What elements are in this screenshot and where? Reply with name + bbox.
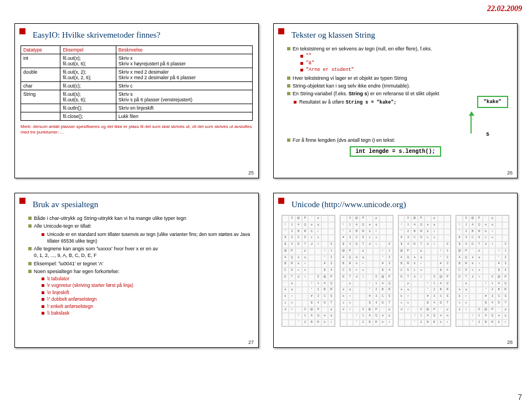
cell-desc: Lukk filen xyxy=(116,112,252,121)
cell-type: String xyxy=(21,90,60,104)
sub-bullet: "Arne er student" xyxy=(300,67,511,73)
io-methods-table: Datatype Eksempel Beskrivelse int fil.ou… xyxy=(21,45,253,121)
slide-number: 25 xyxy=(248,170,254,176)
table-row: String fil.out(s); fil.out(s, 6); Skriv … xyxy=(21,90,253,104)
cell-example: fil.close(); xyxy=(60,112,116,121)
bullet: String-objektet kan i seg selv ikke endr… xyxy=(287,83,511,89)
cell-type xyxy=(21,112,60,121)
bullet: Eksempel: '\u0041' er tegnet 'A' xyxy=(28,260,253,267)
cell-example: fil.out(x, 2); fil.out(x, 2, 6); xyxy=(60,68,116,82)
bullet: En tekststreng er en sekvens av tegn (nu… xyxy=(287,45,511,74)
slide-number: 27 xyxy=(248,340,254,345)
cell-desc: Skriv c xyxy=(116,82,252,90)
title-bullet-icon xyxy=(19,28,25,34)
cell-type: double xyxy=(21,68,60,82)
table-row: fil.close(); Lukk filen xyxy=(21,112,253,121)
table-row: double fil.out(x, 2); fil.out(x, 2, 6); … xyxy=(21,68,253,82)
slide-title: Bruk av spesialtegn xyxy=(33,200,253,209)
bullet: Noen spesialtegn har egen forkortelse: \… xyxy=(28,268,253,317)
title-bullet-icon xyxy=(278,198,284,204)
arrow-head-icon xyxy=(469,111,474,116)
table-row: fil.outln(); Skriv en linjeskift xyxy=(21,104,253,112)
slide-25: EasyIO: Hvilke skrivemetoder finnes? Dat… xyxy=(14,23,259,178)
sub-bullet: \" dobbelt anførselstegn xyxy=(42,296,253,302)
slide-27: Bruk av spesialtegn Både i char-uttrykk … xyxy=(14,193,259,348)
th-eksempel: Eksempel xyxy=(60,46,116,54)
slide-title: Unicode (http://www.unicode.org) xyxy=(291,200,511,209)
bullet: Både i char-uttrykk og String-uttrykk ka… xyxy=(28,215,253,222)
merk-note: Merk: dersom antall plasser spesifiseres… xyxy=(21,124,253,135)
slide-26: Tekster og klassen String En tekststreng… xyxy=(273,23,518,178)
slide-number: 26 xyxy=(507,170,513,176)
slides-grid: EasyIO: Hvilke skrivemetoder finnes? Dat… xyxy=(14,23,518,348)
cell-desc: Skriv x med 2 desimaler Skriv x med 2 de… xyxy=(116,68,252,82)
bullet: Alle Unicode-tegn er tillatt Unicode er … xyxy=(28,223,253,244)
sub-bullet: \r vognretur (skriving starter først på … xyxy=(42,282,253,289)
cell-type xyxy=(21,104,60,112)
sub-bullet: "" xyxy=(300,53,511,59)
sub-bullet: "&" xyxy=(300,60,511,66)
bullet: Hver tekststreng vi lager er et objekt a… xyxy=(287,75,511,81)
th-beskrivelse: Beskrivelse xyxy=(116,46,252,54)
sub-bullet: \' enkelt anførselstegn xyxy=(42,304,253,310)
title-bullet-icon xyxy=(278,28,284,34)
unicode-block: 0@P`p !1AQaq "2BRbr #3CScs $4DTdt 0@P`p … xyxy=(340,215,393,327)
cell-type: char xyxy=(21,82,60,90)
code-box-length: int lengde = s.length(); xyxy=(350,146,441,157)
sub-bullet: \\ bakslask xyxy=(42,310,253,316)
cell-example: fil.out(x); fil.out(x, 6); xyxy=(60,54,116,68)
s-variable-label: s xyxy=(486,131,489,137)
cell-example: fil.out(s); fil.out(s, 6); xyxy=(60,90,116,104)
cell-desc: Skriv en linjeskift xyxy=(116,104,252,112)
cell-example: fil.outln(); xyxy=(60,104,116,112)
sub-bullet: \t tabulator xyxy=(42,276,253,282)
table-row: char fil.out(c); Skriv c xyxy=(21,82,253,90)
slide-number: 28 xyxy=(507,340,513,345)
sub-bullet: \n linjeskift xyxy=(42,290,253,296)
table-row: int fil.out(x); fil.out(x, 6); Skriv x S… xyxy=(21,54,253,68)
unicode-block: 0@P`p !1AQaq "2BRbr #3CScs $4DTdt 0@P`p … xyxy=(282,215,335,327)
kake-object-box: "kake" xyxy=(477,96,508,108)
cell-example: fil.out(c); xyxy=(60,82,116,90)
slide-title: EasyIO: Hvilke skrivemetoder finnes? xyxy=(33,30,253,40)
th-datatype: Datatype xyxy=(21,46,60,54)
slide-28: Unicode (http://www.unicode.org) 0@P`p !… xyxy=(273,193,518,348)
cell-type: int xyxy=(21,54,60,68)
sub-bullet: Unicode er en standard som tillater tuse… xyxy=(42,232,253,244)
title-bullet-icon xyxy=(19,198,25,204)
bullet: For å finne lengden (dvs antall tegn i) … xyxy=(287,137,511,143)
unicode-block: 0@P`p !1AQaq "2BRbr #3CScs $4DTdt 0@P`p … xyxy=(456,215,509,327)
bullet: Alle tegnene kan angis som '\uxxxx' hvor… xyxy=(28,245,253,259)
unicode-chart: 0@P`p !1AQaq "2BRbr #3CScs $4DTdt 0@P`p … xyxy=(279,215,511,327)
slide-title: Tekster og klassen String xyxy=(291,30,511,40)
page-number: 7 xyxy=(518,393,522,402)
cell-desc: Skriv x Skriv x høyrejustert på 6 plasse… xyxy=(116,54,252,68)
page-date: 22.02.2009 xyxy=(487,4,522,13)
unicode-block: 0@P`p !1AQaq "2BRbr #3CScs $4DTdt 0@P`p … xyxy=(398,215,452,327)
kake-value: "kake" xyxy=(477,96,508,108)
cell-desc: Skriv s Skriv s på 6 plasser (venstrejus… xyxy=(116,90,252,104)
